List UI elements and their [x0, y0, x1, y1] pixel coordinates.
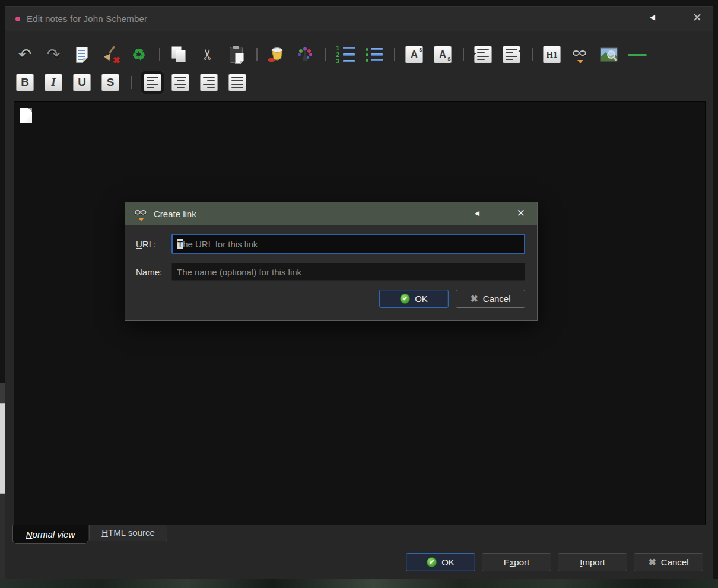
dialog-close-icon[interactable]: ✕ [517, 207, 525, 220]
toolbar-separator [463, 48, 464, 61]
underline-button[interactable]: U [72, 72, 92, 93]
copy-button[interactable] [169, 45, 189, 65]
ok-check-icon: ✔ [400, 294, 410, 304]
recycle-icon: ♻ [132, 46, 145, 64]
toolbar-separator [256, 48, 258, 61]
view-tabs: Normal view HTML source [12, 525, 167, 544]
indent-icon: ▸ [474, 46, 492, 63]
indent-button[interactable]: ▸ [473, 45, 493, 65]
ok-button[interactable]: ✔ OK [406, 553, 475, 571]
remove-formatting-button[interactable]: ✖ [100, 45, 120, 65]
notes-app-icon [15, 17, 20, 21]
import-label: Import [580, 557, 605, 567]
cancel-button[interactable]: ✖ Cancel [634, 553, 703, 571]
window-menu-arrow-icon[interactable]: ◀ [650, 13, 655, 21]
undo-button[interactable]: ↶ [15, 45, 35, 65]
outdent-button[interactable]: ◂ [501, 45, 522, 65]
align-right-icon [200, 74, 218, 91]
smarten-punctuation-button[interactable]: ♻ [129, 45, 149, 65]
background-window-edge [0, 383, 5, 579]
subscript-button[interactable]: As▼ [433, 45, 453, 65]
desktop-wallpaper-strip [0, 579, 718, 588]
unordered-list-button[interactable] [364, 45, 384, 65]
insert-link-button[interactable] [570, 45, 590, 65]
align-center-icon [171, 74, 189, 91]
export-label: Export [504, 557, 529, 567]
dialog-cancel-button[interactable]: ✖ Cancel [456, 290, 525, 308]
name-field-row: Name: The name (optional) for this link [136, 263, 525, 281]
bold-button[interactable]: B [15, 72, 35, 93]
bold-icon: B [16, 74, 34, 91]
align-justify-icon [228, 74, 246, 91]
horizontal-rule-button[interactable] [627, 45, 647, 65]
redo-icon: ↷ [47, 45, 61, 64]
scissors-icon: ✂ [199, 49, 216, 61]
paste-button[interactable] [226, 45, 246, 65]
toolbar-separator [532, 48, 533, 61]
dialog-menu-arrow-icon[interactable]: ◀ [475, 209, 479, 217]
window-titlebar[interactable]: Edit notes for John Schember ◀ ✕ [5, 7, 713, 31]
tab-label: Normal view [26, 529, 75, 539]
tab-normal-view[interactable]: Normal view [12, 525, 88, 544]
cut-button[interactable]: ✂ [198, 45, 218, 65]
heading-h1-icon: H1 [543, 46, 561, 63]
redo-button[interactable]: ↷ [43, 45, 63, 65]
heading-style-button[interactable]: H1 [542, 45, 562, 65]
italic-icon: I [45, 74, 62, 91]
ordered-list-icon: 1 2 3 [336, 46, 355, 63]
embedded-document-icon[interactable] [20, 108, 32, 123]
dialog-titlebar[interactable]: Create link ◀ ✕ [125, 202, 537, 225]
window-close-icon[interactable]: ✕ [692, 11, 702, 24]
dialog-button-row: ✔ OK ✖ Cancel [125, 290, 525, 308]
dialog-title: Create link [154, 209, 196, 219]
foreground-color-button[interactable] [295, 45, 315, 65]
toolbar-row-1: ↶ ↷ ✖ ♻ ✂ [15, 41, 708, 68]
create-link-dialog: Create link ◀ ✕ URL: The URL for this li… [125, 202, 538, 321]
export-button[interactable]: Export [482, 553, 551, 571]
insert-image-button[interactable] [599, 45, 619, 65]
ok-label: OK [441, 557, 455, 567]
url-placeholder: The URL for this link [177, 239, 258, 249]
window-title: Edit notes for John Schember [27, 14, 147, 24]
subscript-icon: As▼ [434, 46, 452, 63]
dialog-ok-button[interactable]: ✔ OK [379, 290, 449, 308]
undo-icon: ↶ [18, 45, 32, 64]
name-label: Name: [136, 267, 171, 277]
toolbar-row-2: B I U S [15, 70, 708, 95]
cancel-x-icon: ✖ [470, 294, 478, 304]
align-justify-button[interactable] [227, 72, 247, 93]
screen: Edit notes for John Schember ◀ ✕ ↶ ↷ ✖ ♻ [0, 0, 718, 588]
link-icon [135, 210, 148, 217]
dialog-cancel-label: Cancel [483, 294, 511, 304]
color-swatch-tree-icon [296, 46, 314, 63]
superscript-button[interactable]: As▲ [404, 45, 424, 65]
cancel-x-icon: ✖ [648, 558, 656, 567]
link-icon [573, 50, 588, 59]
footer-button-row: ✔ OK Export Import ✖ Cancel [406, 553, 703, 571]
name-placeholder: The name (optional) for this link [177, 267, 301, 277]
align-left-button-selected[interactable] [141, 71, 164, 94]
url-input[interactable]: The URL for this link [171, 234, 525, 254]
toolbar-separator [159, 48, 160, 61]
copy-icon [171, 46, 187, 63]
strikethrough-button[interactable]: S [100, 72, 120, 93]
editor-toolbar: ↶ ↷ ✖ ♻ ✂ [15, 35, 708, 95]
toolbar-separator [394, 48, 395, 61]
underline-icon: U [73, 74, 91, 91]
import-button[interactable]: Import [558, 553, 627, 571]
align-center-button[interactable] [170, 72, 190, 93]
italic-button[interactable]: I [43, 72, 63, 93]
tab-html-source[interactable]: HTML source [89, 525, 167, 541]
select-all-icon [76, 47, 88, 63]
select-all-button[interactable] [72, 45, 92, 65]
ordered-list-button[interactable]: 1 2 3 [335, 45, 355, 65]
name-input[interactable]: The name (optional) for this link [171, 263, 525, 281]
dialog-ok-label: OK [415, 294, 428, 304]
cancel-label: Cancel [661, 557, 689, 567]
toolbar-separator [325, 48, 326, 61]
remove-formatting-icon: ✖ [101, 46, 119, 63]
align-right-button[interactable] [199, 72, 219, 93]
align-left-icon [144, 74, 161, 91]
background-color-button[interactable] [266, 45, 287, 65]
url-field-row: URL: The URL for this link [136, 234, 525, 254]
